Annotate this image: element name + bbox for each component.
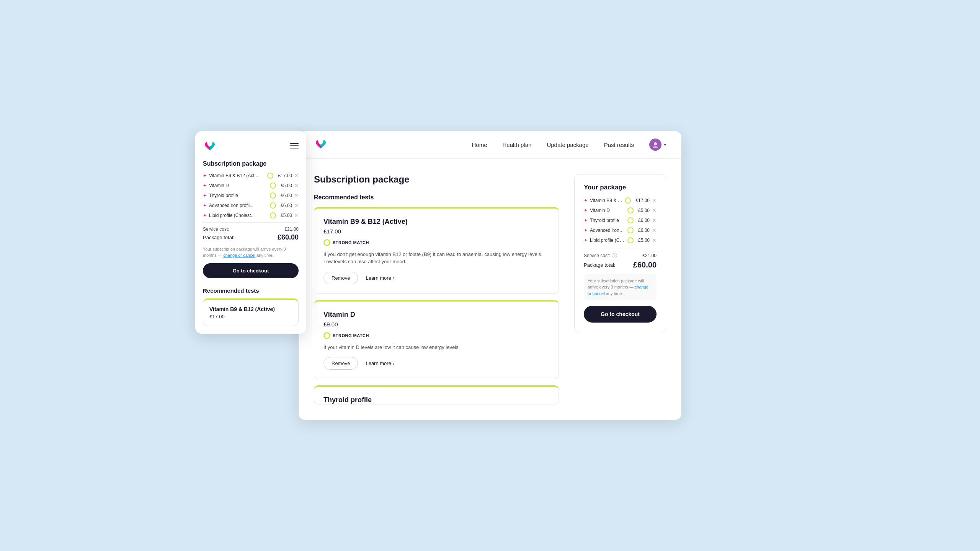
main-window: Subscription package ✦ Vitamin B9 & B12 … (299, 131, 681, 420)
item-icon: ✦ (584, 218, 588, 223)
item-name: Vitamin D (590, 208, 625, 213)
remove-icon[interactable]: ✕ (652, 207, 657, 214)
test-card-price: £17.00 (323, 228, 549, 235)
item-price: £5.00 (638, 238, 650, 243)
info-icon[interactable]: i (612, 253, 617, 258)
test-description: If your vitamin D levels are low it can … (323, 344, 549, 351)
mobile-items: ✦ Vitamin B9 & B12 (Act... £17.00 ✕ ✦ Vi… (203, 173, 299, 218)
package-item: ✦ Vitamin B9 & B12... £17.00 ✕ (584, 197, 657, 204)
item-icon: ✦ (584, 228, 588, 233)
item-price: £5.00 (281, 183, 292, 188)
learn-more-button[interactable]: Learn more › (366, 275, 394, 281)
service-cost-label: Service cost: i (584, 253, 617, 258)
mobile-rec-item-name: Vitamin B9 & B12 (Active) (209, 306, 292, 312)
nav-health-plan[interactable]: Health plan (502, 142, 531, 148)
nav-past-results[interactable]: Past results (604, 142, 634, 148)
package-total-row: Package total: £60.00 (584, 261, 657, 269)
match-circle-icon (323, 239, 330, 246)
item-icon: ✦ (203, 193, 207, 198)
test-card-vitb9b12: Vitamin B9 & B12 (Active) £17.00 STRONG … (314, 207, 559, 294)
item-price: £6.00 (281, 193, 292, 198)
hamburger-menu[interactable] (290, 143, 299, 148)
service-cost-value: £21.00 (284, 227, 299, 232)
package-total-row: Package total: £60.00 (203, 233, 299, 241)
match-circle (270, 183, 276, 189)
item-price: £17.00 (278, 173, 292, 178)
mobile-checkout-button[interactable]: Go to checkout (203, 263, 299, 278)
match-circle (270, 202, 276, 209)
user-avatar (649, 139, 662, 151)
item-icon: ✦ (203, 203, 207, 208)
package-item: ✦ Advanced iron p... £6.00 ✕ (584, 227, 657, 233)
remove-icon[interactable]: ✕ (294, 202, 299, 208)
match-circle-icon (627, 227, 634, 233)
remove-icon[interactable]: ✕ (652, 217, 657, 223)
match-circle-icon (625, 197, 631, 204)
item-icon: ✦ (584, 208, 588, 213)
package-total-value: £60.00 (278, 233, 299, 241)
learn-more-button[interactable]: Learn more › (366, 360, 394, 366)
mobile-header (203, 139, 299, 153)
match-circle-icon (323, 332, 330, 339)
remove-icon[interactable]: ✕ (294, 192, 299, 198)
thyroid-title: Thyroid profile (323, 396, 549, 404)
item-icon: ✦ (584, 238, 588, 243)
logo-icon (314, 137, 328, 151)
svg-point-1 (653, 146, 658, 148)
item-icon: ✦ (203, 173, 207, 178)
match-badge: STRONG MATCH (323, 332, 549, 339)
mobile-sidebar: Subscription package ✦ Vitamin B9 & B12 … (195, 131, 306, 334)
remove-button[interactable]: Remove (323, 357, 358, 370)
remove-icon[interactable]: ✕ (652, 237, 657, 243)
recommended-tests-heading: Recommended tests (314, 194, 559, 201)
service-cost-value: £21.00 (642, 253, 657, 258)
mobile-rec-tests-title: Recommended tests (203, 287, 299, 294)
card-actions: Remove Learn more › (323, 272, 549, 284)
item-name: Advanced iron p... (590, 228, 625, 233)
navbar-logo[interactable] (314, 137, 328, 152)
package-items: ✦ Vitamin B9 & B12... £17.00 ✕ ✦ Vitamin… (584, 197, 657, 243)
nav-home[interactable]: Home (472, 142, 487, 148)
item-icon: ✦ (203, 183, 207, 188)
package-item: ✦ Vitamin D £5.00 ✕ (584, 207, 657, 214)
remove-icon[interactable]: ✕ (294, 173, 299, 178)
item-name: Vitamin B9 & B12... (590, 198, 622, 203)
item-name: Vitamin D (209, 183, 268, 188)
service-cost-row: Service cost: £21.00 (203, 227, 299, 232)
remove-button[interactable]: Remove (323, 272, 358, 284)
match-circle-icon (627, 217, 634, 223)
mobile-logo (203, 139, 217, 153)
subscription-note: Your subscription package will arrive ev… (203, 246, 299, 259)
match-circle (267, 173, 273, 179)
chevron-right-icon: › (393, 275, 394, 281)
package-card: Your package ✦ Vitamin B9 & B12... £17.0… (574, 174, 666, 333)
match-badge: STRONG MATCH (323, 239, 549, 246)
chevron-right-icon: › (393, 360, 394, 366)
mobile-rec-card: Vitamin B9 & B12 (Active) £17.00 (203, 298, 299, 326)
checkout-button[interactable]: Go to checkout (584, 306, 657, 323)
mobile-item: ✦ Thyroid profile £6.00 ✕ (203, 192, 299, 199)
package-total-value: £60.00 (633, 261, 657, 269)
mobile-subscription-title: Subscription package (203, 160, 299, 167)
divider (584, 248, 657, 248)
mobile-item: ✦ Advanced iron profil... £6.00 ✕ (203, 202, 299, 209)
page-title: Subscription package (314, 174, 559, 185)
service-cost-row: Service cost: i £21.00 (584, 253, 657, 258)
remove-icon[interactable]: ✕ (294, 212, 299, 218)
right-column: Your package ✦ Vitamin B9 & B12... £17.0… (574, 174, 666, 405)
item-price: £5.00 (638, 208, 650, 213)
item-price: £6.00 (638, 218, 650, 223)
item-name: Thyroid profile (590, 218, 625, 223)
nav-update-package[interactable]: Update package (547, 142, 588, 148)
match-text: STRONG MATCH (333, 240, 369, 245)
main-content: Subscription package Recommended tests V… (299, 159, 681, 420)
navbar-user[interactable]: ▾ (649, 139, 666, 151)
remove-icon[interactable]: ✕ (652, 227, 657, 233)
chevron-down-icon: ▾ (664, 142, 666, 147)
mobile-item: ✦ Vitamin B9 & B12 (Act... £17.00 ✕ (203, 173, 299, 179)
mobile-item: ✦ Vitamin D £5.00 ✕ (203, 183, 299, 189)
change-or-cancel-link[interactable]: change or cancel (223, 253, 255, 258)
remove-icon[interactable]: ✕ (652, 197, 657, 204)
item-price: £5.00 (281, 213, 292, 218)
remove-icon[interactable]: ✕ (294, 183, 299, 188)
